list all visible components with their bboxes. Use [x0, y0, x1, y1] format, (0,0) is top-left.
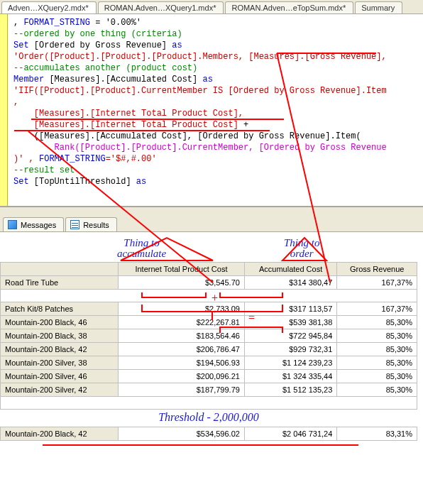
- file-tab[interactable]: Summary: [355, 1, 402, 13]
- file-tabs: Adven…XQuery2.mdx* ROMAN.Adven…XQuery1.m…: [0, 0, 423, 14]
- table-row: Road Tire Tube $3,545.70 $314 380,47 167…: [1, 276, 417, 290]
- code-text[interactable]: , FORMAT_STRING = '0.00%' --ordered by o…: [8, 14, 390, 206]
- row-header[interactable]: Mountain-200 Silver, 42: [1, 383, 119, 397]
- row-header[interactable]: Mountain-200 Black, 46: [1, 316, 119, 329]
- header-row: Internet Total Product Cost Accumulated …: [1, 263, 417, 276]
- cell[interactable]: 85,30%: [337, 329, 417, 343]
- col-header[interactable]: Gross Revenue: [337, 263, 417, 276]
- annotation-threshold: Threshold - 2,000,000: [1, 410, 417, 427]
- row-header[interactable]: Mountain-200 Black, 42: [1, 427, 119, 441]
- row-header[interactable]: Mountain-200 Silver, 38: [1, 356, 119, 370]
- cell[interactable]: $206,786.47: [119, 343, 245, 356]
- row-header[interactable]: Road Tire Tube: [1, 276, 119, 290]
- cell[interactable]: 85,30%: [337, 356, 417, 370]
- cell[interactable]: 167,37%: [337, 302, 417, 316]
- code-editor[interactable]: , FORMAT_STRING = '0.00%' --ordered by o…: [0, 14, 423, 207]
- cell[interactable]: $929 732,31: [244, 343, 336, 356]
- cell[interactable]: 83,31%: [337, 427, 417, 441]
- file-tab[interactable]: ROMAN.Adven…XQuery1.mdx*: [98, 1, 224, 13]
- cell[interactable]: $2,733.09: [119, 302, 245, 316]
- cell[interactable]: $222,267.81: [119, 316, 245, 329]
- table-row: Mountain-200 Black, 46 $222,267.81 $539 …: [1, 316, 417, 329]
- row-header[interactable]: Patch Kit/8 Patches: [1, 302, 119, 316]
- table-row: Mountain-200 Black, 42 $206,786.47 $929 …: [1, 343, 417, 356]
- tab-label: Messages: [21, 221, 56, 229]
- cell[interactable]: $534,596.02: [119, 427, 245, 441]
- col-header[interactable]: [1, 263, 119, 276]
- file-tab[interactable]: Adven…XQuery2.mdx*: [1, 1, 97, 13]
- cell[interactable]: 85,30%: [337, 316, 417, 329]
- editor-gutter: [0, 14, 8, 206]
- cell[interactable]: $2 046 731,24: [244, 427, 336, 441]
- row-header[interactable]: Mountain-200 Black, 42: [1, 343, 119, 356]
- cell[interactable]: 85,30%: [337, 343, 417, 356]
- results-grid: Internet Total Product Cost Accumulated …: [0, 262, 417, 441]
- table-row: Patch Kit/8 Patches $2,733.09 $317 113,5…: [1, 302, 417, 316]
- cell[interactable]: $1 124 239,23: [244, 356, 336, 370]
- cell[interactable]: $187,799.79: [119, 383, 245, 397]
- messages-icon: [8, 220, 17, 229]
- results-icon: [70, 220, 79, 229]
- annotation-labels: Thing to accumulate Thing to order: [0, 236, 417, 262]
- table-row: Mountain-200 Black, 38 $183,564.46 $722 …: [1, 329, 417, 343]
- annotation-order: Thing to order: [284, 238, 319, 259]
- cell[interactable]: $314 380,47: [244, 276, 336, 290]
- table-row: Mountain-200 Black, 42 $534,596.02 $2 04…: [1, 427, 417, 441]
- cell[interactable]: 85,30%: [337, 370, 417, 383]
- tab-label: Results: [83, 221, 109, 229]
- messages-tab[interactable]: Messages: [3, 217, 64, 231]
- cell[interactable]: 167,37%: [337, 276, 417, 290]
- cell[interactable]: $317 113,57: [244, 302, 336, 316]
- cell[interactable]: $1 324 335,44: [244, 370, 336, 383]
- results-tab[interactable]: Results: [65, 217, 117, 231]
- cell[interactable]: $194,506.93: [119, 356, 245, 370]
- cell[interactable]: $3,545.70: [119, 276, 245, 290]
- row-header[interactable]: Mountain-200 Black, 38: [1, 329, 119, 343]
- cell[interactable]: $200,096.21: [119, 370, 245, 383]
- cell[interactable]: 85,30%: [337, 383, 417, 397]
- file-tab[interactable]: ROMAN.Adven…eTopSum.mdx*: [225, 1, 353, 13]
- table-row: Mountain-200 Silver, 46 $200,096.21 $1 3…: [1, 370, 417, 383]
- cell[interactable]: $722 945,84: [244, 329, 336, 343]
- col-header[interactable]: Internet Total Product Cost: [119, 263, 245, 276]
- table-row: Mountain-200 Silver, 42 $187,799.79 $1 5…: [1, 383, 417, 397]
- row-header[interactable]: Mountain-200 Silver, 46: [1, 370, 119, 383]
- cell[interactable]: $539 381,38: [244, 316, 336, 329]
- cell[interactable]: $183,564.46: [119, 329, 245, 343]
- results-tabs: Messages Results: [0, 207, 423, 232]
- annotation-accumulate: Thing to accumulate: [117, 238, 166, 259]
- cell[interactable]: $1 512 135,23: [244, 383, 336, 397]
- col-header[interactable]: Accumulated Cost: [244, 263, 336, 276]
- results-area: Thing to accumulate Thing to order Inter…: [0, 232, 423, 455]
- table-row: Mountain-200 Silver, 38 $194,506.93 $1 1…: [1, 356, 417, 370]
